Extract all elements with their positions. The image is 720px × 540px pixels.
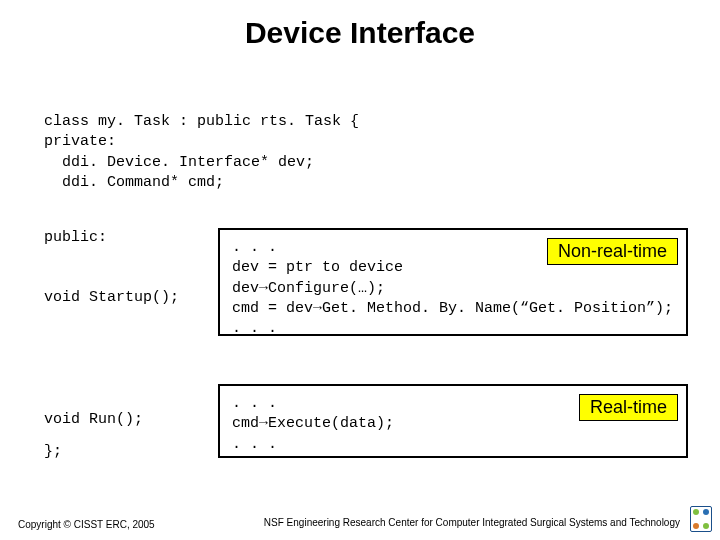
code-startup: void Startup();: [44, 288, 179, 308]
code-public: public:: [44, 228, 107, 248]
startup-box: Non-real-time . . . dev = ptr to device …: [218, 228, 688, 336]
page-title: Device Interface: [0, 16, 720, 50]
badge-non-real-time: Non-real-time: [547, 238, 678, 265]
code-close-brace: };: [44, 442, 62, 462]
badge-real-time: Real-time: [579, 394, 678, 421]
logo-icon: [690, 506, 712, 532]
code-block-top: class my. Task : public rts. Task { priv…: [44, 112, 359, 193]
code-run: void Run();: [44, 410, 143, 430]
slide: Device Interface class my. Task : public…: [0, 0, 720, 540]
run-box: Real-time . . . cmd→Execute(data); . . .: [218, 384, 688, 458]
footer-credit: NSF Engineering Research Center for Comp…: [264, 517, 680, 528]
footer-copyright: Copyright © CISST ERC, 2005: [18, 519, 155, 530]
